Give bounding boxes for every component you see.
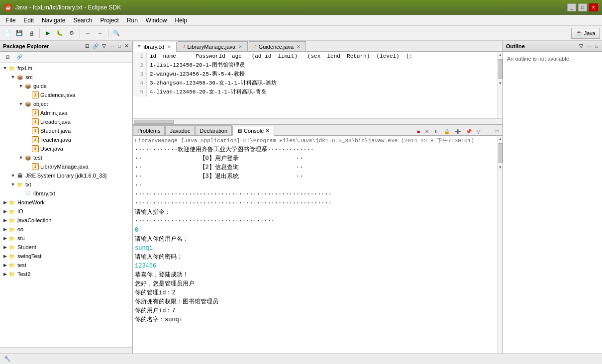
tree-item[interactable]: JLreader.java [0,117,132,126]
pin-icon[interactable]: 📌 [464,128,474,135]
editor-vscrollbar[interactable]: ▲ ▼ [498,52,502,118]
tree-item[interactable]: ▶📁javaCollection [0,216,132,225]
line-code[interactable]: 4-livan-123456-20-女-1-1-计科高职-青岛 [147,88,267,96]
tree-toggle[interactable]: ▼ [10,182,16,187]
tree-toggle[interactable]: ▶ [2,254,8,259]
tree-item[interactable]: ▶📁test [0,261,132,270]
tree-toggle[interactable]: ▶ [2,218,8,223]
tree-toggle[interactable]: ▶ [2,200,8,205]
tree-item[interactable]: ▶📁swingTest [0,252,132,261]
collapse-all-icon[interactable]: ⊟ [84,43,90,49]
tab-javadoc[interactable]: Javadoc [165,125,195,135]
line-code[interactable]: id name Passworld age (ad_id limit) (sex… [147,52,412,61]
line-code[interactable]: 3-zhangsan-123456-30-女-1-1-计科高职-潍坊 [147,79,277,88]
menu-search[interactable]: Search [69,16,96,25]
tree-toggle[interactable]: ▼ [18,84,24,89]
outline-view-menu[interactable]: ▽ [578,43,584,49]
scroll-thumb[interactable] [499,59,502,79]
tree-item[interactable]: ▶📁IO [0,207,132,216]
save-button[interactable]: 💾 [14,28,25,39]
tree-toggle[interactable]: ▶ [2,272,8,276]
java-perspective-button[interactable]: ☕ Java [571,28,600,39]
tab-library-manage[interactable]: J LibraryManage.java ✕ [178,41,248,51]
menu-run[interactable]: Run [123,16,142,25]
remove-button[interactable]: ✕ [423,128,431,135]
tree-toggle[interactable]: ▶ [2,236,8,241]
tree-item[interactable]: JLibraryManage.java [0,162,132,171]
tree-item[interactable]: ▶📁HomeWork [0,198,132,207]
maximize-panel-icon[interactable]: □ [117,43,122,49]
maximize-console-icon[interactable]: □ [494,128,501,135]
outline-maximize[interactable]: □ [594,43,599,49]
tree-item[interactable]: ▶📁stu [0,234,132,243]
forward-button[interactable]: → [95,28,105,39]
tab-guidence-close[interactable]: ✕ [297,44,301,49]
link-editor-button[interactable]: 🔗 [14,52,25,63]
console-scroll-up[interactable]: ▲ [498,136,502,142]
search-button[interactable]: 🔍 [111,28,122,39]
tree-item[interactable]: ▼🏛JRE System Library [jdk1.6.0_33] [0,171,132,180]
scroll-down-arrow[interactable]: ▼ [498,80,502,87]
tab-console[interactable]: 🖥 Console ✕ [232,126,274,136]
menu-edit[interactable]: Edit [19,16,38,25]
new-button[interactable]: 📄 [2,28,13,39]
outline-minimize[interactable]: — [586,43,593,49]
tree-toggle[interactable]: ▼ [18,101,24,106]
tree-toggle[interactable]: ▶ [2,209,8,214]
close-panel-icon[interactable]: ✕ [123,43,129,49]
menu-help[interactable]: Help [171,16,192,25]
tab-library-manage-close[interactable]: ✕ [238,44,242,49]
tab-declaration[interactable]: Declaration [195,125,232,135]
tab-library-txt-close[interactable]: ✕ [167,44,171,49]
tree-toggle[interactable]: ▼ [10,75,16,80]
minimize-panel-icon[interactable]: — [108,43,115,49]
tree-item[interactable]: 📄library.txt [0,189,132,198]
menu-file[interactable]: File [2,16,19,25]
console-pause-icon[interactable]: ⏸ [432,128,441,135]
tree-item[interactable]: ▼📁fqxLm [0,64,132,73]
console-area[interactable]: LibraryManage [Java Application] C:\Prog… [133,136,498,353]
console-scroll-thumb[interactable] [499,143,502,163]
tree-item[interactable]: ▶📁oo [0,225,132,234]
tree-item[interactable]: JGuidence.java [0,91,132,99]
tree-item[interactable]: JAdmin.java [0,108,132,117]
tree-toggle[interactable]: ▼ [18,155,24,160]
tree-item[interactable]: JStudent.java [0,126,132,135]
close-button[interactable]: ✕ [589,3,598,11]
link-with-editor-icon[interactable]: 🔗 [92,43,100,49]
tree-item[interactable]: ▶📁Student [0,243,132,252]
scroll-up-arrow[interactable]: ▲ [498,52,502,58]
tree-toggle[interactable]: ▼ [2,66,8,71]
back-button[interactable]: ← [83,28,94,39]
collapse-all-button[interactable]: ⊟ [2,52,13,63]
tab-library-txt[interactable]: * library.txt ✕ [133,42,177,52]
debug-button[interactable]: 🐛 [54,28,65,39]
tree-item[interactable]: ▶📁Test2 [0,270,132,278]
editor-content[interactable]: 1id name Passworld age (ad_id limit) (se… [133,52,498,118]
line-code[interactable]: 1-lisi-123456-20-1-图书馆管理员 [147,61,245,70]
tree-item[interactable]: JUser.java [0,144,132,153]
view-menu-console-icon[interactable]: ▽ [475,128,483,135]
tree-toggle[interactable]: ▶ [2,263,8,268]
new-console-icon[interactable]: ➕ [453,128,463,135]
run-last-button[interactable]: ⚙ [66,28,77,39]
minimize-button[interactable]: _ [567,3,576,11]
menu-window[interactable]: Window [142,16,171,25]
tree-item[interactable]: ▼📁txt [0,180,132,189]
tree-toggle[interactable]: ▶ [2,227,8,232]
tree-item[interactable]: ▼📦src [0,73,132,82]
tab-console-close[interactable]: ✕ [265,128,270,134]
hscroll-thumb[interactable] [134,120,174,124]
tree-item[interactable]: JTeacher.java [0,135,132,144]
menu-project[interactable]: Project [96,16,122,25]
run-button[interactable]: ▶ [42,28,53,39]
maximize-button[interactable]: □ [578,3,587,11]
console-scroll-down[interactable]: ▼ [498,164,502,171]
editor-hscrollbar[interactable] [133,118,502,124]
view-menu-icon[interactable]: ▽ [101,43,107,49]
tab-problems[interactable]: Problems [133,125,165,135]
console-vscrollbar[interactable]: ▲ ▼ [498,136,502,353]
tree-item[interactable]: ▼📦test [0,153,132,162]
menu-navigate[interactable]: Navigate [38,16,69,25]
print-button[interactable]: 🖨 [26,28,37,39]
